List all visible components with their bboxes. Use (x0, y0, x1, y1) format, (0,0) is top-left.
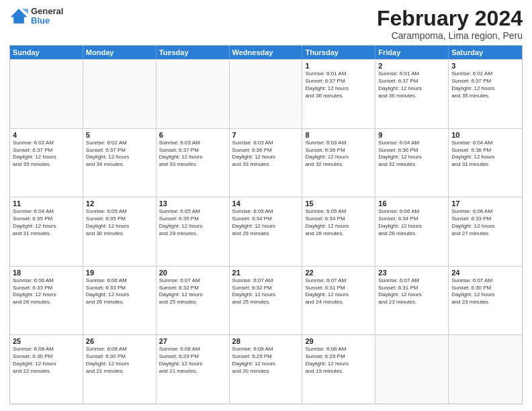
calendar-cell: 9Sunrise: 6:04 AM Sunset: 6:36 PM Daylig… (375, 129, 449, 197)
calendar-header-cell: Monday (83, 46, 157, 59)
day-number: 23 (378, 269, 445, 277)
cell-info: Sunrise: 6:08 AM Sunset: 6:30 PM Dayligh… (86, 346, 153, 375)
cell-info: Sunrise: 6:07 AM Sunset: 6:31 PM Dayligh… (378, 277, 445, 306)
day-number: 21 (232, 269, 300, 277)
day-number: 8 (305, 131, 372, 139)
cell-info: Sunrise: 6:03 AM Sunset: 6:37 PM Dayligh… (159, 140, 226, 169)
logo-text: General Blue (31, 7, 63, 26)
calendar-cell: 3Sunrise: 6:01 AM Sunset: 6:37 PM Daylig… (449, 60, 522, 128)
calendar-cell (10, 60, 83, 128)
cell-info: Sunrise: 6:08 AM Sunset: 6:28 PM Dayligh… (305, 346, 372, 375)
calendar-cell (230, 60, 303, 128)
calendar-cell: 25Sunrise: 6:08 AM Sunset: 6:30 PM Dayli… (10, 335, 83, 404)
calendar-cell: 5Sunrise: 6:02 AM Sunset: 6:37 PM Daylig… (83, 129, 157, 197)
calendar-week: 11Sunrise: 6:04 AM Sunset: 6:35 PM Dayli… (10, 197, 522, 266)
day-number: 28 (232, 337, 300, 345)
day-number: 27 (159, 337, 226, 345)
day-number: 2 (378, 62, 445, 70)
calendar-cell: 21Sunrise: 6:07 AM Sunset: 6:32 PM Dayli… (230, 267, 303, 335)
calendar-header-cell: Sunday (10, 46, 83, 59)
logo: General Blue (9, 7, 63, 26)
title-block: February 2024 Carampoma, Lima region, Pe… (377, 7, 523, 41)
calendar-cell (83, 60, 157, 128)
cell-info: Sunrise: 6:03 AM Sunset: 6:36 PM Dayligh… (305, 140, 372, 169)
day-number: 20 (159, 269, 226, 277)
calendar-cell (449, 335, 522, 404)
main-title: February 2024 (377, 7, 523, 30)
calendar-cell: 27Sunrise: 6:08 AM Sunset: 6:29 PM Dayli… (157, 335, 230, 404)
cell-info: Sunrise: 6:01 AM Sunset: 6:37 PM Dayligh… (305, 71, 372, 99)
calendar-cell: 20Sunrise: 6:07 AM Sunset: 6:32 PM Dayli… (157, 267, 230, 335)
calendar-cell: 17Sunrise: 6:06 AM Sunset: 6:33 PM Dayli… (449, 197, 522, 266)
day-number: 26 (86, 337, 153, 345)
cell-info: Sunrise: 6:02 AM Sunset: 6:37 PM Dayligh… (13, 140, 80, 169)
calendar-week: 1Sunrise: 6:01 AM Sunset: 6:37 PM Daylig… (10, 59, 522, 128)
calendar-body: 1Sunrise: 6:01 AM Sunset: 6:37 PM Daylig… (10, 59, 522, 404)
day-number: 25 (13, 337, 80, 345)
cell-info: Sunrise: 6:06 AM Sunset: 6:34 PM Dayligh… (378, 208, 445, 237)
day-number: 3 (451, 62, 519, 70)
calendar-cell: 6Sunrise: 6:03 AM Sunset: 6:37 PM Daylig… (157, 129, 230, 197)
day-number: 24 (451, 269, 519, 277)
calendar-cell: 26Sunrise: 6:08 AM Sunset: 6:30 PM Dayli… (83, 335, 157, 404)
cell-info: Sunrise: 6:04 AM Sunset: 6:35 PM Dayligh… (13, 208, 80, 237)
day-number: 5 (86, 131, 153, 139)
calendar-cell: 14Sunrise: 6:05 AM Sunset: 6:34 PM Dayli… (230, 197, 303, 266)
day-number: 7 (232, 131, 300, 139)
calendar-cell: 4Sunrise: 6:02 AM Sunset: 6:37 PM Daylig… (10, 129, 83, 197)
calendar-cell: 13Sunrise: 6:05 AM Sunset: 6:35 PM Dayli… (157, 197, 230, 266)
calendar-header-cell: Tuesday (157, 46, 230, 59)
calendar-cell: 7Sunrise: 6:03 AM Sunset: 6:36 PM Daylig… (230, 129, 303, 197)
day-number: 29 (305, 337, 372, 345)
calendar-cell: 11Sunrise: 6:04 AM Sunset: 6:35 PM Dayli… (10, 197, 83, 266)
calendar-cell: 8Sunrise: 6:03 AM Sunset: 6:36 PM Daylig… (302, 129, 375, 197)
calendar-cell: 19Sunrise: 6:06 AM Sunset: 6:33 PM Dayli… (83, 267, 157, 335)
cell-info: Sunrise: 6:08 AM Sunset: 6:30 PM Dayligh… (13, 346, 80, 375)
cell-info: Sunrise: 6:06 AM Sunset: 6:33 PM Dayligh… (451, 208, 519, 237)
calendar-cell: 29Sunrise: 6:08 AM Sunset: 6:28 PM Dayli… (302, 335, 375, 404)
day-number: 16 (378, 199, 445, 208)
cell-info: Sunrise: 6:07 AM Sunset: 6:30 PM Dayligh… (451, 277, 519, 306)
day-number: 1 (305, 62, 372, 70)
calendar-cell: 23Sunrise: 6:07 AM Sunset: 6:31 PM Dayli… (375, 267, 449, 335)
calendar-week: 25Sunrise: 6:08 AM Sunset: 6:30 PM Dayli… (10, 334, 522, 404)
day-number: 22 (305, 269, 372, 277)
cell-info: Sunrise: 6:03 AM Sunset: 6:36 PM Dayligh… (232, 140, 300, 169)
calendar-cell: 18Sunrise: 6:06 AM Sunset: 6:33 PM Dayli… (10, 267, 83, 335)
calendar-header-cell: Wednesday (230, 46, 303, 59)
cell-info: Sunrise: 6:06 AM Sunset: 6:33 PM Dayligh… (13, 277, 80, 306)
day-number: 15 (305, 199, 372, 208)
cell-info: Sunrise: 6:07 AM Sunset: 6:32 PM Dayligh… (232, 277, 300, 306)
day-number: 9 (378, 131, 445, 139)
day-number: 10 (451, 131, 519, 139)
calendar-cell (157, 60, 230, 128)
day-number: 13 (159, 199, 226, 208)
day-number: 17 (451, 199, 519, 208)
logo-blue: Blue (31, 16, 63, 26)
calendar-cell: 24Sunrise: 6:07 AM Sunset: 6:30 PM Dayli… (449, 267, 522, 335)
calendar-header-cell: Friday (375, 46, 449, 59)
logo-general: General (31, 7, 63, 16)
cell-info: Sunrise: 6:06 AM Sunset: 6:33 PM Dayligh… (86, 277, 153, 306)
calendar-week: 4Sunrise: 6:02 AM Sunset: 6:37 PM Daylig… (10, 128, 522, 197)
day-number: 11 (13, 199, 80, 208)
calendar-cell (375, 335, 449, 404)
calendar-cell: 28Sunrise: 6:08 AM Sunset: 6:29 PM Dayli… (230, 335, 303, 404)
calendar-cell: 16Sunrise: 6:06 AM Sunset: 6:34 PM Dayli… (375, 197, 449, 266)
cell-info: Sunrise: 6:04 AM Sunset: 6:36 PM Dayligh… (451, 140, 519, 169)
day-number: 12 (86, 199, 153, 208)
cell-info: Sunrise: 6:07 AM Sunset: 6:32 PM Dayligh… (159, 277, 226, 306)
cell-info: Sunrise: 6:05 AM Sunset: 6:35 PM Dayligh… (86, 208, 153, 237)
cell-info: Sunrise: 6:05 AM Sunset: 6:34 PM Dayligh… (232, 208, 300, 237)
cell-info: Sunrise: 6:01 AM Sunset: 6:37 PM Dayligh… (451, 71, 519, 99)
calendar-cell: 12Sunrise: 6:05 AM Sunset: 6:35 PM Dayli… (83, 197, 157, 266)
calendar-header-row: SundayMondayTuesdayWednesdayThursdayFrid… (10, 46, 522, 59)
day-number: 19 (86, 269, 153, 277)
cell-info: Sunrise: 6:08 AM Sunset: 6:29 PM Dayligh… (159, 346, 226, 375)
calendar-cell: 2Sunrise: 6:01 AM Sunset: 6:37 PM Daylig… (375, 60, 449, 128)
calendar-cell: 1Sunrise: 6:01 AM Sunset: 6:37 PM Daylig… (302, 60, 375, 128)
day-number: 6 (159, 131, 226, 139)
calendar-cell: 10Sunrise: 6:04 AM Sunset: 6:36 PM Dayli… (449, 129, 522, 197)
subtitle: Carampoma, Lima region, Peru (377, 30, 523, 41)
cell-info: Sunrise: 6:05 AM Sunset: 6:34 PM Dayligh… (305, 208, 372, 237)
